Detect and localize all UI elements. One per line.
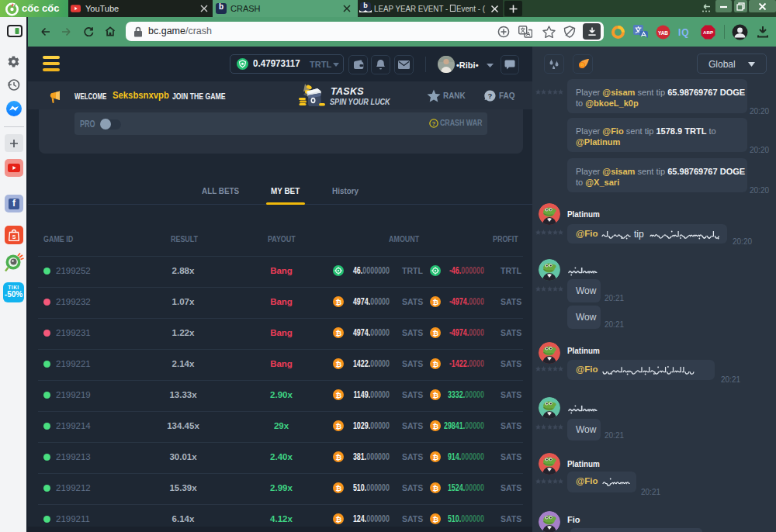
svg-text:ABP: ABP — [703, 29, 713, 35]
svg-text:?: ? — [488, 92, 493, 100]
svg-text:YAB: YAB — [658, 30, 668, 36]
svg-text:?: ? — [432, 120, 436, 127]
svg-text:B: B — [580, 64, 584, 68]
svg-text:S: S — [12, 234, 16, 240]
